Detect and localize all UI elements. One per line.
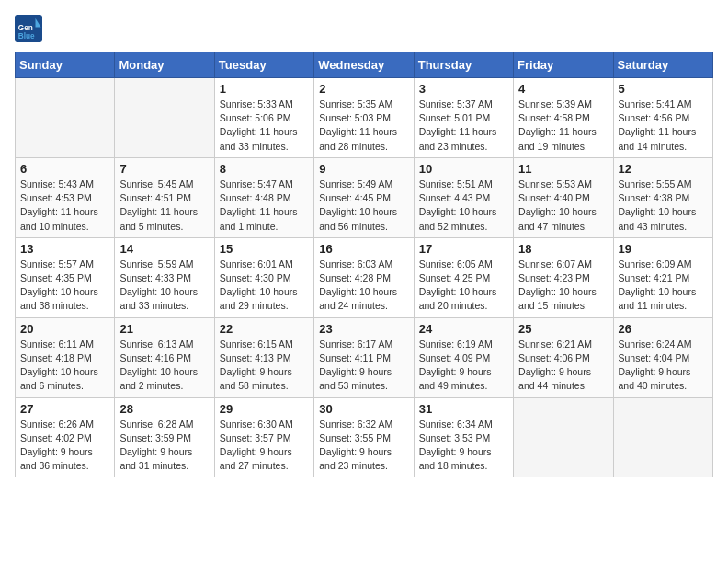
calendar-cell: 10Sunrise: 5:51 AMSunset: 4:43 PMDayligh… [414,157,513,237]
col-header-tuesday: Tuesday [214,52,313,78]
calendar-cell: 2Sunrise: 5:35 AMSunset: 5:03 PMDaylight… [314,78,414,158]
calendar-cell: 5Sunrise: 5:41 AMSunset: 4:56 PMDaylight… [613,78,712,158]
calendar-week-0: 1Sunrise: 5:33 AMSunset: 5:06 PMDaylight… [16,78,713,158]
day-info: Sunrise: 6:34 AMSunset: 3:53 PMDaylight:… [419,418,508,474]
calendar-cell: 24Sunrise: 6:19 AMSunset: 4:09 PMDayligh… [414,317,513,397]
day-info: Sunrise: 5:55 AMSunset: 4:38 PMDaylight:… [619,178,708,234]
day-number: 13 [20,242,109,256]
col-header-friday: Friday [514,52,613,78]
calendar-week-1: 6Sunrise: 5:43 AMSunset: 4:53 PMDaylight… [16,157,713,237]
day-info: Sunrise: 5:45 AMSunset: 4:51 PMDaylight:… [119,178,209,234]
calendar-cell: 18Sunrise: 6:07 AMSunset: 4:23 PMDayligh… [514,237,613,317]
logo-icon: Gen Blue [15,15,42,42]
logo: Gen Blue [15,15,46,42]
calendar-cell: 16Sunrise: 6:03 AMSunset: 4:28 PMDayligh… [314,237,414,317]
calendar-cell: 25Sunrise: 6:21 AMSunset: 4:06 PMDayligh… [514,317,613,397]
calendar-cell: 23Sunrise: 6:17 AMSunset: 4:11 PMDayligh… [314,317,414,397]
day-info: Sunrise: 6:07 AMSunset: 4:23 PMDaylight:… [518,258,608,314]
day-number: 9 [319,162,408,176]
calendar-cell: 28Sunrise: 6:28 AMSunset: 3:59 PMDayligh… [115,397,214,477]
day-number: 28 [119,402,209,416]
day-number: 17 [419,242,508,256]
calendar-table: SundayMondayTuesdayWednesdayThursdayFrid… [15,52,713,477]
calendar-cell: 4Sunrise: 5:39 AMSunset: 4:58 PMDaylight… [514,78,613,158]
day-info: Sunrise: 6:13 AMSunset: 4:16 PMDaylight:… [119,338,209,394]
day-info: Sunrise: 5:37 AMSunset: 5:01 PMDaylight:… [419,98,508,154]
calendar-cell: 14Sunrise: 5:59 AMSunset: 4:33 PMDayligh… [115,237,214,317]
day-info: Sunrise: 5:53 AMSunset: 4:40 PMDaylight:… [518,178,608,234]
day-info: Sunrise: 6:24 AMSunset: 4:04 PMDaylight:… [619,338,708,394]
day-number: 29 [220,402,309,416]
col-header-thursday: Thursday [414,52,513,78]
day-number: 23 [319,322,408,336]
calendar-cell: 22Sunrise: 6:15 AMSunset: 4:13 PMDayligh… [214,317,313,397]
day-number: 3 [419,82,508,96]
calendar-cell [115,78,214,158]
calendar-cell: 30Sunrise: 6:32 AMSunset: 3:55 PMDayligh… [314,397,414,477]
day-number: 5 [619,82,708,96]
day-info: Sunrise: 6:30 AMSunset: 3:57 PMDaylight:… [220,418,309,474]
calendar-cell: 9Sunrise: 5:49 AMSunset: 4:45 PMDaylight… [314,157,414,237]
calendar-week-2: 13Sunrise: 5:57 AMSunset: 4:35 PMDayligh… [16,237,713,317]
day-number: 26 [619,322,708,336]
day-info: Sunrise: 5:43 AMSunset: 4:53 PMDaylight:… [20,178,109,234]
calendar-cell: 11Sunrise: 5:53 AMSunset: 4:40 PMDayligh… [514,157,613,237]
day-number: 7 [119,162,209,176]
day-number: 22 [220,322,309,336]
day-info: Sunrise: 6:26 AMSunset: 4:02 PMDaylight:… [20,418,109,474]
calendar-cell: 1Sunrise: 5:33 AMSunset: 5:06 PMDaylight… [214,78,313,158]
day-number: 25 [518,322,608,336]
day-info: Sunrise: 6:09 AMSunset: 4:21 PMDaylight:… [619,258,708,314]
day-info: Sunrise: 5:47 AMSunset: 4:48 PMDaylight:… [220,178,309,234]
day-info: Sunrise: 6:32 AMSunset: 3:55 PMDaylight:… [319,418,408,474]
calendar-cell [16,78,115,158]
day-number: 14 [119,242,209,256]
day-info: Sunrise: 6:17 AMSunset: 4:11 PMDaylight:… [319,338,408,394]
calendar-cell: 15Sunrise: 6:01 AMSunset: 4:30 PMDayligh… [214,237,313,317]
svg-text:Blue: Blue [18,32,35,40]
day-number: 4 [518,82,608,96]
day-number: 30 [319,402,408,416]
calendar-week-4: 27Sunrise: 6:26 AMSunset: 4:02 PMDayligh… [16,397,713,477]
calendar-cell: 13Sunrise: 5:57 AMSunset: 4:35 PMDayligh… [16,237,115,317]
calendar-cell [613,397,712,477]
calendar-cell: 6Sunrise: 5:43 AMSunset: 4:53 PMDaylight… [16,157,115,237]
calendar-cell: 19Sunrise: 6:09 AMSunset: 4:21 PMDayligh… [613,237,712,317]
day-number: 16 [319,242,408,256]
day-info: Sunrise: 5:49 AMSunset: 4:45 PMDaylight:… [319,178,408,234]
day-info: Sunrise: 6:11 AMSunset: 4:18 PMDaylight:… [20,338,109,394]
day-number: 6 [20,162,109,176]
calendar-header-row: SundayMondayTuesdayWednesdayThursdayFrid… [16,52,713,78]
calendar-cell: 21Sunrise: 6:13 AMSunset: 4:16 PMDayligh… [115,317,214,397]
col-header-monday: Monday [115,52,214,78]
day-info: Sunrise: 5:41 AMSunset: 4:56 PMDaylight:… [619,98,708,154]
day-info: Sunrise: 5:33 AMSunset: 5:06 PMDaylight:… [220,98,309,154]
day-number: 21 [119,322,209,336]
calendar-cell: 8Sunrise: 5:47 AMSunset: 4:48 PMDaylight… [214,157,313,237]
day-number: 10 [419,162,508,176]
calendar-cell: 29Sunrise: 6:30 AMSunset: 3:57 PMDayligh… [214,397,313,477]
page-header: Gen Blue [15,15,713,42]
svg-text:Gen: Gen [18,24,33,32]
day-number: 2 [319,82,408,96]
day-number: 27 [20,402,109,416]
day-number: 31 [419,402,508,416]
day-number: 19 [619,242,708,256]
day-info: Sunrise: 6:28 AMSunset: 3:59 PMDaylight:… [119,418,209,474]
day-number: 8 [220,162,309,176]
calendar-cell: 17Sunrise: 6:05 AMSunset: 4:25 PMDayligh… [414,237,513,317]
day-number: 11 [518,162,608,176]
calendar-cell: 31Sunrise: 6:34 AMSunset: 3:53 PMDayligh… [414,397,513,477]
day-info: Sunrise: 5:59 AMSunset: 4:33 PMDaylight:… [119,258,209,314]
day-number: 1 [220,82,309,96]
calendar-week-3: 20Sunrise: 6:11 AMSunset: 4:18 PMDayligh… [16,317,713,397]
calendar-cell [514,397,613,477]
col-header-saturday: Saturday [613,52,712,78]
day-info: Sunrise: 5:39 AMSunset: 4:58 PMDaylight:… [518,98,608,154]
calendar-cell: 27Sunrise: 6:26 AMSunset: 4:02 PMDayligh… [16,397,115,477]
day-info: Sunrise: 5:35 AMSunset: 5:03 PMDaylight:… [319,98,408,154]
day-info: Sunrise: 6:15 AMSunset: 4:13 PMDaylight:… [220,338,309,394]
day-info: Sunrise: 6:01 AMSunset: 4:30 PMDaylight:… [220,258,309,314]
day-number: 18 [518,242,608,256]
day-info: Sunrise: 6:05 AMSunset: 4:25 PMDaylight:… [419,258,508,314]
